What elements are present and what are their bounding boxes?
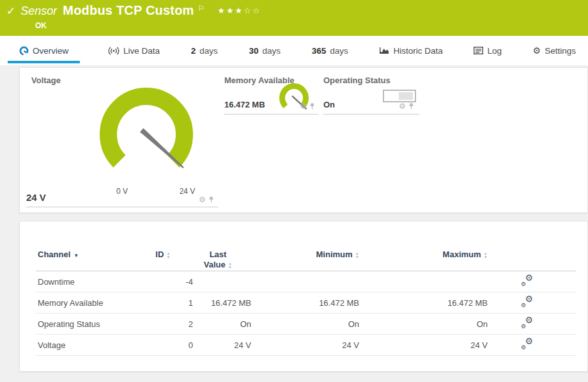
memory-divider — [224, 114, 318, 115]
log-list-icon — [474, 47, 483, 54]
cell-last-value: 24 V — [193, 340, 251, 350]
operating-panel-title: Operating Status — [323, 76, 391, 85]
priority-stars[interactable]: ★★★☆☆ — [217, 6, 261, 15]
voltage-value: 24 V — [26, 192, 46, 203]
column-header-minimum[interactable]: Minimum▲▼ — [270, 250, 359, 259]
channel-settings-icon[interactable]: ⚙⚙ — [521, 338, 533, 349]
sensor-title: Modbus TCP Custom — [63, 3, 194, 18]
voltage-panel-title: Voltage — [31, 76, 61, 85]
sensor-heading: ✓ Sensor Modbus TCP Custom ⚐ ★★★☆☆ — [6, 3, 261, 18]
tab-label: Historic Data — [393, 46, 442, 56]
voltage-scale-max: 24 V — [173, 187, 201, 196]
voltage-gauge — [95, 83, 197, 186]
stars-empty: ☆☆ — [244, 6, 261, 15]
operating-status-switch[interactable] — [383, 90, 416, 102]
switch-knob — [399, 92, 413, 100]
ok-check-icon: ✓ — [6, 4, 15, 18]
cell-channel: Voltage — [38, 340, 148, 350]
gear-icon[interactable]: ⚙ — [300, 102, 307, 110]
cell-channel: Memory Available — [38, 298, 148, 308]
cell-id: 0 — [148, 340, 193, 350]
pin-icon[interactable] — [208, 196, 214, 203]
channel-rows: Downtime -4 ⚙⚙ Memory Available 1 16.472… — [36, 271, 576, 356]
flag-icon[interactable]: ⚐ — [198, 4, 205, 13]
stars-filled: ★★★ — [217, 6, 244, 15]
cell-last-value: 16.472 MB — [193, 298, 251, 308]
tab-number: 2 — [191, 46, 196, 56]
cell-minimum: 24 V — [251, 340, 359, 350]
tab-label: Log — [487, 46, 502, 56]
memory-panel-actions: ⚙ — [300, 102, 315, 110]
sensor-status-banner: ✓ Sensor Modbus TCP Custom ⚐ ★★★☆☆ OK — [0, 0, 588, 36]
sort-icon: ▲▼ — [355, 251, 359, 259]
tab-number: 365 — [312, 46, 327, 56]
status-badge: OK — [35, 21, 47, 30]
pin-icon[interactable] — [309, 102, 315, 110]
tab-historic-data[interactable]: Historic Data — [376, 36, 445, 65]
column-header-last-value[interactable]: Last Value▲▼ — [189, 250, 247, 270]
cell-id: 2 — [148, 319, 193, 329]
tab-2-days[interactable]: 2 days — [188, 36, 221, 65]
cell-id: -4 — [148, 277, 193, 287]
tab-bar: Overview Live Data 2 days 30 days 365 da… — [0, 36, 588, 65]
column-header-maximum[interactable]: Maximum▲▼ — [398, 250, 488, 259]
operating-divider — [323, 114, 419, 115]
channel-settings-icon[interactable]: ⚙⚙ — [521, 275, 533, 286]
cell-maximum: 24 V — [359, 340, 488, 350]
gauges-card: Voltage 0 V 24 V 24 V ⚙ Memory Available… — [19, 67, 588, 213]
cell-id: 1 — [148, 298, 193, 308]
channel-settings-icon[interactable]: ⚙⚙ — [521, 296, 533, 307]
tab-365-days[interactable]: 365 days — [309, 36, 352, 65]
broadcast-icon — [108, 47, 120, 55]
tab-label: days — [330, 46, 348, 56]
cell-minimum: 16.472 MB — [251, 298, 359, 308]
tab-label: days — [199, 46, 218, 56]
tab-log[interactable]: Log — [470, 36, 505, 65]
tab-label: Live Data — [123, 46, 160, 56]
voltage-divider — [26, 207, 218, 207]
cell-minimum: On — [251, 319, 359, 329]
pin-icon[interactable] — [408, 102, 414, 110]
tab-30-days[interactable]: 30 days — [245, 36, 284, 65]
tab-live-data[interactable]: Live Data — [105, 36, 163, 65]
voltage-scale-min: 0 V — [109, 187, 135, 196]
cell-maximum: On — [359, 319, 488, 329]
table-row-voltage[interactable]: Voltage 0 24 V 24 V 24 V ⚙⚙ — [36, 335, 576, 356]
gear-icon: ⚙ — [533, 46, 541, 55]
table-row-downtime[interactable]: Downtime -4 ⚙⚙ — [36, 271, 576, 292]
sort-icon: ▲▼ — [228, 262, 232, 269]
cell-channel: Operating Status — [38, 319, 148, 329]
operating-value: On — [323, 100, 335, 109]
sort-icon: ▲▼ — [166, 251, 170, 259]
tab-label: Settings — [545, 46, 576, 56]
column-header-id[interactable]: ID▲▼ — [135, 250, 191, 259]
sensor-kind-label: Sensor — [20, 4, 57, 18]
operating-panel-actions: ⚙ — [399, 102, 414, 110]
table-row-operating-status[interactable]: Operating Status 2 On On On ⚙⚙ — [36, 314, 576, 335]
cell-channel: Downtime — [38, 277, 148, 287]
tab-label: days — [262, 46, 281, 56]
tab-label: Overview — [33, 46, 68, 56]
tab-number: 30 — [249, 46, 258, 56]
sort-icon: ▲▼ — [484, 251, 488, 259]
area-chart-icon — [379, 47, 389, 54]
cell-maximum: 16.472 MB — [359, 298, 488, 308]
channel-settings-icon[interactable]: ⚙⚙ — [521, 317, 533, 328]
gauge-icon — [19, 46, 29, 56]
gear-icon[interactable]: ⚙ — [399, 102, 406, 110]
voltage-panel-actions: ⚙ — [199, 196, 214, 203]
table-row-memory-available[interactable]: Memory Available 1 16.472 MB 16.472 MB 1… — [36, 292, 576, 314]
channels-table-card: Channel▼ ID▲▼ Last Value▲▼ Minimum▲▼ Max… — [19, 221, 588, 372]
gear-icon[interactable]: ⚙ — [199, 196, 206, 203]
tab-overview[interactable]: Overview — [8, 36, 80, 65]
sort-desc-icon: ▼ — [74, 253, 79, 259]
column-header-channel[interactable]: Channel▼ — [38, 250, 79, 259]
cell-last-value: On — [193, 319, 251, 329]
tab-settings[interactable]: ⚙ Settings — [530, 36, 579, 65]
memory-value: 16.472 MB — [224, 100, 265, 109]
